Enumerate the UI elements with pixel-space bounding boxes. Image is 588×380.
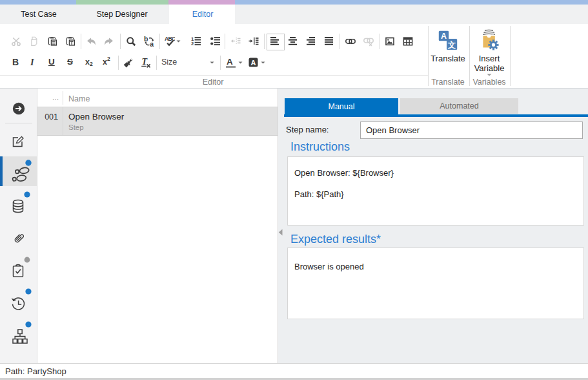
svg-text:T: T bbox=[142, 58, 148, 67]
svg-text:b: b bbox=[144, 36, 148, 43]
svg-text:a: a bbox=[150, 40, 154, 47]
svg-text:2: 2 bbox=[191, 41, 194, 47]
svg-text:A: A bbox=[441, 32, 447, 41]
svg-text:文: 文 bbox=[447, 40, 456, 50]
svg-text:A: A bbox=[251, 59, 256, 67]
